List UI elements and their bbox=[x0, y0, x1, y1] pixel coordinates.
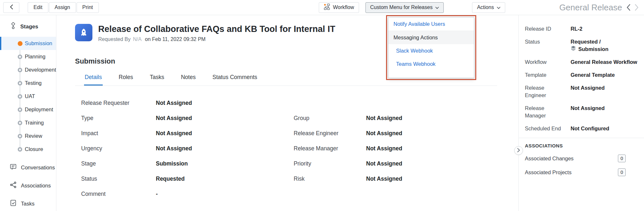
panel-field-row: Scheduled End Not Configured bbox=[525, 125, 639, 132]
stage-dot bbox=[18, 81, 22, 85]
field-row: Urgency Not Assigned bbox=[81, 141, 294, 156]
stage-item-development[interactable]: Development bbox=[0, 63, 56, 76]
field-label: Type bbox=[81, 115, 156, 122]
stages-header: Stages bbox=[0, 22, 56, 37]
field-label: Group bbox=[294, 115, 366, 122]
field-value: Not Assigned bbox=[366, 130, 402, 137]
actions-button[interactable]: Actions bbox=[472, 2, 505, 13]
associated-projects-row[interactable]: Associated Projects 0 bbox=[525, 168, 639, 176]
sidebar-item-tasks[interactable]: Tasks bbox=[0, 195, 56, 211]
tab-tasks[interactable]: Tasks bbox=[149, 74, 165, 85]
panel-field-row: Release Engineer Not Assigned bbox=[525, 84, 639, 99]
workflow-button-label: Workflow bbox=[333, 5, 354, 10]
custom-menu-button[interactable]: Custom Menu for Releases bbox=[365, 2, 444, 13]
stage-item-planning[interactable]: Planning bbox=[0, 50, 56, 63]
field-row: Priority Not Assigned bbox=[294, 156, 402, 171]
status-value-line2: Submission bbox=[571, 45, 609, 53]
tab-roles[interactable]: Roles bbox=[118, 74, 134, 85]
requested-date: on Feb 11, 2022 09:32 PM bbox=[144, 36, 205, 42]
page-title: General Release bbox=[559, 3, 622, 13]
field-row: Risk Not Assigned bbox=[294, 171, 402, 186]
field-row: Comment - bbox=[81, 186, 294, 202]
stage-label: Submission bbox=[25, 40, 52, 46]
menu-item-slack-webhook[interactable]: Slack Webhook bbox=[388, 44, 474, 57]
chevron-left-icon bbox=[10, 4, 13, 11]
stage-list: Submission Planning Development Testing … bbox=[0, 37, 56, 156]
stage-dot bbox=[18, 41, 23, 46]
menu-item-notify-available-users[interactable]: Notify Available Users bbox=[388, 17, 474, 31]
stage-label: Closure bbox=[25, 146, 43, 152]
stage-item-submission[interactable]: Submission bbox=[0, 37, 56, 50]
panel-field-value: General Template bbox=[571, 71, 615, 79]
field-value: Not Assigned bbox=[366, 115, 402, 122]
panel-field-label: Scheduled End bbox=[525, 125, 562, 132]
panel-field-value: RL-2 bbox=[571, 25, 582, 33]
field-row: Release Manager Not Assigned bbox=[294, 141, 402, 156]
stage-label: Deployment bbox=[25, 106, 53, 113]
panel-field-value: Requested / Submission bbox=[571, 38, 609, 53]
sidebar-item-label: Conversations bbox=[21, 165, 55, 171]
field-label: Release Manager bbox=[294, 145, 366, 152]
print-button[interactable]: Print bbox=[77, 2, 99, 13]
field-label: Priority bbox=[294, 160, 366, 167]
conversations-icon bbox=[10, 163, 17, 172]
back-button[interactable] bbox=[3, 2, 19, 13]
stage-item-training[interactable]: Training bbox=[0, 116, 56, 129]
release-header-text: Release of Collaborative FAQs and KB Too… bbox=[98, 24, 335, 42]
field-row: Release Engineer Not Assigned bbox=[294, 126, 402, 141]
panel-field-label: Release Manager bbox=[525, 105, 562, 119]
tab-status-comments[interactable]: Status Comments bbox=[212, 74, 258, 85]
panel-field-row: Release ID RL-2 bbox=[525, 25, 639, 33]
tab-details[interactable]: Details bbox=[84, 74, 103, 85]
stage-label: Training bbox=[25, 120, 44, 126]
stage-dot bbox=[18, 147, 22, 152]
details-fields: Release Requester Not Assigned Type Not … bbox=[81, 95, 518, 202]
menu-item-teams-webhook[interactable]: Teams Webhook bbox=[388, 57, 474, 71]
status-stage-value: Submission bbox=[578, 45, 609, 53]
associated-projects-label: Associated Projects bbox=[525, 169, 572, 176]
field-row: Status Requested bbox=[81, 171, 294, 186]
stage-label: Development bbox=[25, 67, 56, 73]
field-row: Release Requester Not Assigned bbox=[81, 95, 294, 111]
panel-field-row: Status Requested / Submission bbox=[525, 38, 639, 53]
sidebar: Stages Submission Planning Development bbox=[0, 15, 56, 211]
associated-changes-row[interactable]: Associated Changes 0 bbox=[525, 155, 639, 162]
field-label: Status bbox=[81, 176, 156, 182]
edit-button[interactable]: Edit bbox=[28, 2, 48, 13]
stage-item-testing[interactable]: Testing bbox=[0, 76, 56, 90]
field-label: Release Engineer bbox=[294, 130, 366, 137]
stage-item-deployment[interactable]: Deployment bbox=[0, 103, 56, 116]
next-record-button[interactable] bbox=[635, 4, 639, 11]
requested-by-value: N/A bbox=[132, 36, 143, 42]
sidebar-item-label: Tasks bbox=[21, 201, 34, 207]
panel-collapse-button[interactable] bbox=[514, 146, 523, 155]
field-value: Requested bbox=[156, 176, 185, 182]
field-value: Not Assigned bbox=[156, 115, 192, 122]
previous-record-button[interactable] bbox=[626, 4, 630, 11]
field-value: Submission bbox=[156, 160, 188, 167]
assign-button[interactable]: Assign bbox=[49, 2, 76, 13]
field-value: Not Assigned bbox=[366, 160, 402, 167]
stage-item-uat[interactable]: UAT bbox=[0, 90, 56, 103]
stage-item-closure[interactable]: Closure bbox=[0, 143, 56, 156]
stages-header-label: Stages bbox=[20, 24, 38, 30]
field-row: Group Not Assigned bbox=[294, 111, 402, 126]
field-value: Not Assigned bbox=[366, 176, 402, 182]
workflow-button[interactable]: Workflow bbox=[319, 2, 359, 13]
stage-dot bbox=[18, 107, 22, 112]
tab-notes[interactable]: Notes bbox=[180, 74, 196, 85]
stage-label: UAT bbox=[25, 93, 35, 99]
associations-title: ASSOCIATIONS bbox=[525, 138, 639, 148]
sidebar-nav: Conversations Associations bbox=[0, 158, 56, 211]
fields-right-column: Group Not Assigned Release Engineer Not … bbox=[294, 95, 402, 202]
stage-item-review[interactable]: Review bbox=[0, 129, 56, 143]
stage-label: Testing bbox=[25, 80, 42, 86]
panel-field-value: General Release Workflow bbox=[571, 58, 637, 66]
field-label: Release Requester bbox=[81, 100, 156, 106]
field-label: Risk bbox=[294, 176, 366, 182]
sidebar-item-conversations[interactable]: Conversations bbox=[0, 158, 56, 176]
fields-left-column: Release Requester Not Assigned Type Not … bbox=[81, 95, 294, 202]
sidebar-item-associations[interactable]: Associations bbox=[0, 176, 56, 195]
menu-item-messaging-actions[interactable]: Messaging Actions bbox=[388, 31, 474, 44]
chevron-right-icon bbox=[517, 148, 520, 153]
